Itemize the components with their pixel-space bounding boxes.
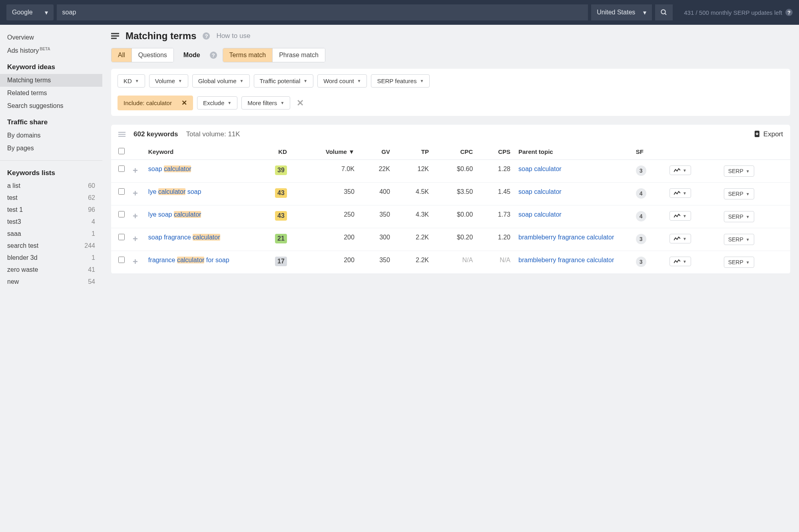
- help-icon[interactable]: ?: [785, 9, 793, 16]
- parent-topic-link[interactable]: brambleberry fragrance calculator: [518, 257, 614, 263]
- sidebar-item-by-domains[interactable]: By domains: [0, 129, 102, 142]
- list-count: 244: [84, 242, 95, 249]
- search-input[interactable]: [57, 4, 588, 20]
- sidebar-section-traffic-share: Traffic share: [0, 116, 102, 129]
- col-keyword[interactable]: Keyword: [144, 144, 254, 160]
- keyword-list-item[interactable]: new54: [0, 276, 102, 288]
- col-sf[interactable]: SF: [632, 144, 666, 160]
- col-cps[interactable]: CPS: [477, 144, 514, 160]
- keyword-link[interactable]: soap fragrance calculator: [148, 234, 220, 241]
- keyword-list-item[interactable]: saaa1: [0, 228, 102, 240]
- clear-filters-icon[interactable]: ✕: [294, 98, 306, 108]
- parent-topic-link[interactable]: soap calculator: [518, 165, 562, 172]
- list-options-icon[interactable]: [118, 132, 126, 137]
- country-select[interactable]: United States ▾: [591, 4, 652, 20]
- keyword-list-item[interactable]: blender 3d1: [0, 252, 102, 264]
- row-checkbox[interactable]: [118, 234, 125, 240]
- filter-traffic-potential[interactable]: Traffic potential▼: [254, 74, 314, 88]
- segment-phrase-match[interactable]: Phrase match: [273, 48, 325, 62]
- keyword-link[interactable]: soap calculator: [148, 165, 191, 172]
- engine-select[interactable]: Google ▾: [6, 4, 54, 20]
- serp-button[interactable]: SERP▼: [724, 165, 754, 177]
- help-icon[interactable]: ?: [203, 32, 210, 40]
- keyword-link[interactable]: lye soap calculator: [148, 211, 201, 218]
- col-kd[interactable]: KD: [254, 144, 291, 160]
- filter-exclude[interactable]: Exclude▼: [197, 96, 237, 110]
- sidebar-item-ads-history[interactable]: Ads historyBETA: [0, 44, 102, 57]
- parent-topic-link[interactable]: brambleberry fragrance calculator: [518, 234, 614, 241]
- sidebar-item-related-terms[interactable]: Related terms: [0, 87, 102, 100]
- trend-button[interactable]: ▼: [669, 211, 691, 221]
- filter-kd[interactable]: KD▼: [118, 74, 145, 88]
- sidebar-item-by-pages[interactable]: By pages: [0, 142, 102, 155]
- segment-all[interactable]: All: [112, 48, 132, 62]
- add-to-list-icon[interactable]: +: [133, 211, 140, 221]
- segment-terms-match[interactable]: Terms match: [223, 48, 273, 62]
- select-all-checkbox[interactable]: [118, 148, 125, 154]
- svg-line-1: [665, 13, 667, 15]
- cell-cps: 1.20: [477, 228, 514, 251]
- col-parent[interactable]: Parent topic: [514, 144, 632, 160]
- sf-badge[interactable]: 4: [636, 211, 646, 221]
- add-to-list-icon[interactable]: +: [133, 257, 140, 267]
- close-icon[interactable]: ✕: [179, 99, 189, 107]
- col-gv[interactable]: GV: [359, 144, 394, 160]
- add-to-list-icon[interactable]: +: [133, 188, 140, 198]
- serp-button[interactable]: SERP▼: [724, 234, 754, 245]
- keyword-list-item[interactable]: test34: [0, 216, 102, 228]
- trend-button[interactable]: ▼: [669, 165, 691, 175]
- trend-button[interactable]: ▼: [669, 257, 691, 266]
- cell-cpc: $3.50: [433, 183, 477, 205]
- sort-desc-icon: ▼: [349, 148, 355, 155]
- keyword-list-item[interactable]: test62: [0, 192, 102, 204]
- menu-icon[interactable]: [111, 33, 119, 39]
- row-checkbox[interactable]: [118, 257, 125, 263]
- add-to-list-icon[interactable]: +: [133, 234, 140, 244]
- row-checkbox[interactable]: [118, 211, 125, 217]
- kd-badge: 43: [275, 188, 287, 198]
- keyword-link[interactable]: lye calculator soap: [148, 188, 201, 195]
- row-checkbox[interactable]: [118, 165, 125, 172]
- filter-word-count[interactable]: Word count▼: [317, 74, 367, 88]
- keyword-list-item[interactable]: a list60: [0, 180, 102, 192]
- search-button[interactable]: [655, 4, 673, 20]
- keyword-list-item[interactable]: zero waste41: [0, 264, 102, 276]
- serp-button[interactable]: SERP▼: [724, 188, 754, 199]
- add-to-list-icon[interactable]: +: [133, 165, 140, 175]
- keyword-list-item[interactable]: test 196: [0, 204, 102, 216]
- sidebar-item-overview[interactable]: Overview: [0, 31, 102, 44]
- segment-questions[interactable]: Questions: [132, 48, 173, 62]
- filter-global-volume[interactable]: Global volume▼: [192, 74, 250, 88]
- chevron-down-icon: ▼: [178, 79, 182, 83]
- sf-badge[interactable]: 3: [636, 165, 646, 176]
- col-tp[interactable]: TP: [394, 144, 433, 160]
- serp-button[interactable]: SERP▼: [724, 257, 754, 268]
- sf-badge[interactable]: 4: [636, 188, 646, 199]
- serp-button[interactable]: SERP▼: [724, 211, 754, 222]
- col-cpc[interactable]: CPC: [433, 144, 477, 160]
- export-button[interactable]: Export: [754, 130, 783, 138]
- list-count: 60: [88, 182, 95, 189]
- page-title: Matching terms: [126, 30, 196, 42]
- sf-badge[interactable]: 3: [636, 234, 646, 244]
- sf-badge[interactable]: 3: [636, 257, 646, 267]
- svg-point-0: [662, 10, 666, 14]
- parent-topic-link[interactable]: soap calculator: [518, 211, 562, 218]
- filter-volume[interactable]: Volume▼: [149, 74, 188, 88]
- help-icon[interactable]: ?: [210, 52, 217, 59]
- chevron-down-icon: ▼: [683, 237, 687, 241]
- sidebar-item-matching-terms[interactable]: Matching terms: [0, 74, 102, 87]
- filter-serp-features[interactable]: SERP features▼: [371, 74, 430, 88]
- row-checkbox[interactable]: [118, 188, 125, 195]
- trend-button[interactable]: ▼: [669, 234, 691, 243]
- sidebar: Overview Ads historyBETA Keyword ideas M…: [0, 25, 102, 294]
- trend-button[interactable]: ▼: [669, 188, 691, 198]
- how-to-use-link[interactable]: How to use: [216, 32, 250, 40]
- parent-topic-link[interactable]: soap calculator: [518, 188, 562, 195]
- keyword-link[interactable]: fragrance calculator for soap: [148, 257, 229, 263]
- keyword-list-item[interactable]: search test244: [0, 240, 102, 252]
- filter-more[interactable]: More filters▼: [241, 96, 290, 110]
- col-volume[interactable]: Volume ▼: [291, 144, 359, 160]
- sidebar-item-search-suggestions[interactable]: Search suggestions: [0, 100, 102, 112]
- filter-include-chip[interactable]: Include: calculator ✕: [118, 96, 193, 110]
